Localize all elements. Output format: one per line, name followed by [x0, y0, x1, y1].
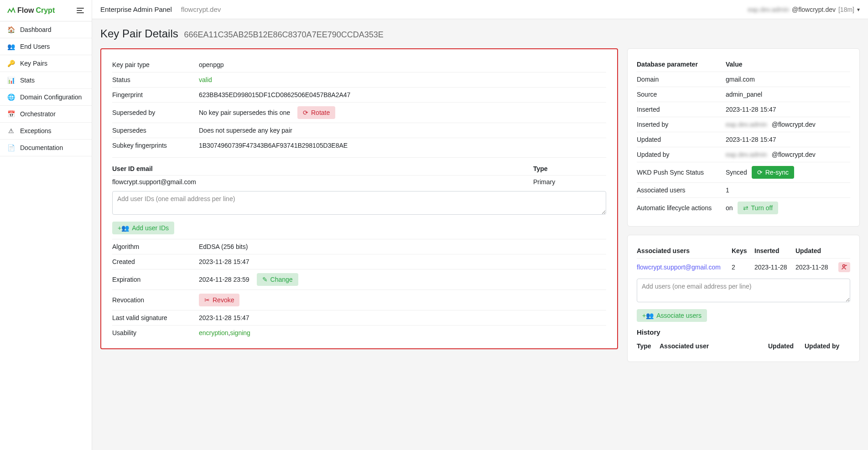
subkey-value: 1B3074960739F47343B6AF93741B298105D3E8AE	[199, 142, 606, 149]
sidebar-item-label: End Users	[20, 43, 50, 50]
sidebar-item-domain-config[interactable]: 🌐 Domain Configuration	[0, 89, 92, 106]
sidebar-nav: 🏠 Dashboard 👥 End Users 🔑 Key Pairs 📊 St…	[0, 21, 92, 156]
db-lifecycle-status: on	[726, 204, 733, 212]
user-domain: @flowcrypt.dev	[792, 6, 836, 13]
history-col-user: Associated user	[660, 342, 768, 350]
stats-icon: 📊	[7, 77, 15, 84]
algorithm-label: Algorithm	[112, 243, 199, 250]
logo-text-crypt: Crypt	[36, 6, 55, 15]
topbar-subtitle: flowcrypt.dev	[181, 5, 221, 13]
supersedes-label: Supersedes	[112, 127, 199, 134]
db-lifecycle-label: Automatic lifecycle actions	[637, 204, 726, 212]
toggle-icon: ⇄	[743, 204, 748, 212]
doc-icon: 📄	[7, 144, 15, 151]
sidebar-item-end-users[interactable]: 👥 End Users	[0, 38, 92, 55]
superseded-by-value: No key pair supersedes this one	[199, 109, 290, 116]
userid-type-value: Primary	[533, 178, 606, 186]
usability-encryption[interactable]: encryption	[199, 329, 229, 336]
associate-users-button[interactable]: +👥 Associate users	[637, 309, 707, 322]
assoc-user-row: flowcrypt.support@gmail.com 2 2023-11-28…	[637, 259, 850, 276]
history-col-updated: Updated	[768, 342, 805, 350]
db-header-value: Value	[726, 61, 850, 68]
db-updated-by-value: eap.dev.admin@flowcrypt.dev	[726, 151, 850, 158]
db-header-param: Database parameter	[637, 61, 726, 68]
db-updated-label: Updated	[637, 136, 726, 143]
add-user-ids-input[interactable]	[112, 191, 606, 215]
sidebar-item-label: Documentation	[20, 144, 63, 151]
assoc-user-keys: 2	[732, 264, 754, 271]
user-name-blurred: eap.dev.admin	[748, 6, 789, 13]
assoc-user-updated: 2023-11-28	[795, 264, 837, 271]
menu-toggle-icon[interactable]	[76, 7, 84, 14]
logo-text-flow: Flow	[17, 6, 34, 15]
sidebar-item-documentation[interactable]: 📄 Documentation	[0, 140, 92, 156]
key-icon: 🔑	[7, 60, 15, 67]
resync-button[interactable]: ⟳ Re-sync	[752, 166, 794, 179]
db-assoc-users-label: Associated users	[637, 186, 726, 194]
sidebar-item-stats[interactable]: 📊 Stats	[0, 72, 92, 89]
usability-signing[interactable]: signing	[230, 329, 250, 336]
expiration-value: 2024-11-28 23:59	[199, 276, 249, 283]
db-source-label: Source	[637, 91, 726, 98]
status-value: valid	[199, 76, 606, 83]
assoc-header-inserted: Inserted	[754, 247, 795, 254]
sidebar-item-key-pairs[interactable]: 🔑 Key Pairs	[0, 55, 92, 72]
fingerprint-value: 623BB435ED998015DF1CD0862506E0457B8A2A47	[199, 91, 606, 98]
assoc-user-link[interactable]: flowcrypt.support@gmail.com	[637, 264, 732, 271]
change-expiration-button[interactable]: ✎ Change	[257, 273, 298, 286]
rotate-button[interactable]: ⟳ Rotate	[297, 106, 335, 119]
sidebar-item-orchestrator[interactable]: 📅 Orchestrator	[0, 106, 92, 123]
history-col-updated-by: Updated by	[805, 342, 850, 350]
page-title-fingerprint: 666EA11C35AB25B12E86C8370A7EE790CCDA353E	[184, 30, 383, 39]
revocation-label: Revocation	[112, 296, 199, 304]
add-assoc-users-input[interactable]	[637, 279, 850, 302]
db-inserted-label: Inserted	[637, 106, 726, 113]
db-inserted-value: 2023-11-28 15:47	[726, 106, 850, 113]
history-header: History	[637, 328, 850, 336]
last-valid-sig-label: Last valid signature	[112, 314, 199, 321]
remove-assoc-user-button[interactable]	[838, 262, 850, 272]
db-source-value: admin_panel	[726, 91, 850, 98]
sidebar-item-label: Domain Configuration	[20, 93, 82, 101]
sync-icon: ⟳	[757, 169, 763, 176]
globe-icon: 🌐	[7, 93, 15, 101]
supersedes-value: Does not supersede any key pair	[199, 127, 606, 134]
db-wkd-label: WKD Push Sync Status	[637, 169, 726, 176]
user-menu[interactable]: eap.dev.admin @flowcrypt.dev [18m] ▾	[748, 6, 860, 13]
history-col-type: Type	[637, 342, 660, 350]
sidebar-item-exceptions[interactable]: ⚠ Exceptions	[0, 123, 92, 140]
svg-point-0	[843, 265, 845, 267]
sidebar-item-label: Key Pairs	[20, 60, 47, 67]
chevron-down-icon: ▾	[857, 6, 860, 13]
usability-label: Usability	[112, 329, 199, 336]
key-pair-type-value: openpgp	[199, 61, 606, 68]
database-parameter-card: Database parameter Value Domain gmail.co…	[627, 48, 860, 227]
session-timer: [18m]	[838, 6, 854, 13]
db-domain-value: gmail.com	[726, 76, 850, 83]
users-icon: 👥	[7, 43, 15, 50]
sidebar-item-label: Orchestrator	[20, 110, 56, 118]
algorithm-value: EdDSA (256 bits)	[199, 243, 606, 250]
rotate-icon: ⟳	[303, 109, 308, 116]
userid-type-header: Type	[533, 165, 606, 172]
revoke-button[interactable]: ✂ Revoke	[199, 294, 239, 306]
page-title: Key Pair Details 666EA11C35AB25B12E86C83…	[100, 27, 860, 40]
user-plus-icon: +👥	[118, 224, 129, 232]
sidebar-item-label: Exceptions	[20, 127, 51, 134]
sidebar-item-dashboard[interactable]: 🏠 Dashboard	[0, 21, 92, 38]
created-label: Created	[112, 258, 199, 265]
expiration-label: Expiration	[112, 276, 199, 283]
warning-icon: ⚠	[7, 127, 15, 134]
home-icon: 🏠	[7, 26, 15, 33]
assoc-header-updated: Updated	[795, 247, 837, 254]
calendar-icon: 📅	[7, 110, 15, 118]
associated-users-card: Associated users Keys Inserted Updated f…	[627, 235, 860, 362]
subkey-label: Subkey fingerprints	[112, 142, 199, 149]
add-user-ids-button[interactable]: +👥 Add user IDs	[112, 222, 174, 234]
logo[interactable]: FlowCrypt	[7, 6, 55, 15]
db-wkd-status: Synced	[726, 169, 747, 176]
userid-email-header: User ID email	[112, 165, 533, 172]
pencil-icon: ✎	[262, 276, 268, 283]
db-updated-by-label: Updated by	[637, 151, 726, 158]
turn-off-lifecycle-button[interactable]: ⇄ Turn off	[738, 202, 778, 214]
